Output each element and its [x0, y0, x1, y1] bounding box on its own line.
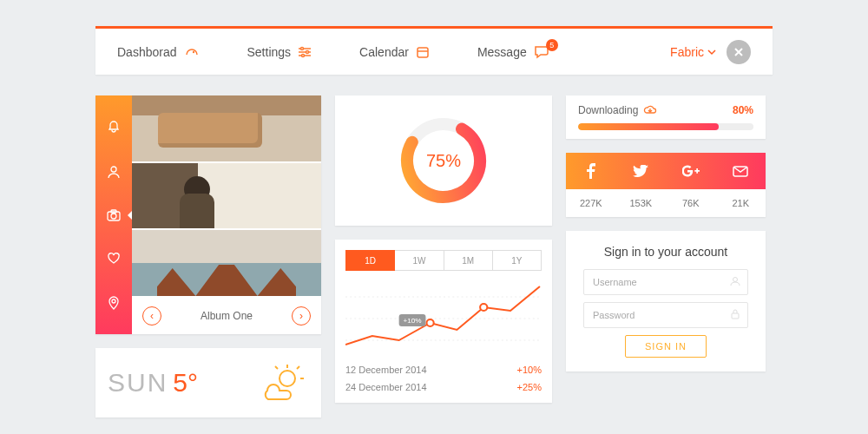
- googleplus-icon: [682, 165, 700, 177]
- chart-row: 12 December 2014 +10%: [345, 365, 542, 375]
- range-1m-button[interactable]: 1M: [444, 250, 493, 271]
- chart-change: +25%: [517, 382, 542, 392]
- svg-text:+10%: +10%: [403, 317, 421, 325]
- svg-point-6: [302, 54, 305, 56]
- chart-date: 24 December 2014: [345, 382, 427, 392]
- download-label: Downloading: [578, 104, 638, 116]
- nav-message[interactable]: Message 5: [477, 45, 562, 59]
- nav-calendar[interactable]: Calendar: [359, 45, 430, 59]
- download-card: Downloading 80%: [566, 95, 766, 139]
- mail-icon: [733, 166, 748, 177]
- gallery-card: ‹ Album One ›: [95, 95, 321, 334]
- album-prev-button[interactable]: ‹: [142, 306, 161, 326]
- rail-location[interactable]: [95, 296, 132, 310]
- signin-card: Sign in to your account Username Passwor…: [566, 231, 766, 372]
- svg-point-0: [192, 50, 194, 52]
- sliders-icon: [298, 46, 312, 58]
- bell-icon: [107, 120, 121, 134]
- password-input[interactable]: Password: [583, 302, 748, 328]
- username-placeholder: Username: [593, 277, 637, 287]
- svg-point-9: [111, 167, 116, 172]
- user-name: Fabric: [670, 45, 704, 59]
- weather-card: SUN 5°: [95, 348, 321, 418]
- gallery-thumb[interactable]: [132, 163, 321, 231]
- message-badge: 5: [546, 39, 558, 51]
- range-selector: 1D 1W 1M 1Y: [345, 250, 542, 271]
- chevron-down-icon: [707, 49, 716, 56]
- signin-title: Sign in to your account: [583, 245, 748, 259]
- sun-icon: [257, 361, 309, 404]
- svg-point-5: [306, 50, 309, 53]
- chart-change: +10%: [517, 365, 542, 375]
- svg-point-4: [301, 47, 304, 49]
- svg-point-11: [111, 214, 116, 219]
- chart-date: 12 December 2014: [345, 365, 427, 375]
- heart-icon: [107, 253, 121, 265]
- range-1d-button[interactable]: 1D: [345, 250, 395, 271]
- user-icon: [730, 276, 740, 288]
- rail-notifications[interactable]: [95, 120, 132, 134]
- avatar: [727, 40, 751, 64]
- progress-bar: [578, 123, 753, 130]
- svg-rect-7: [418, 48, 428, 57]
- facebook-icon: [587, 163, 595, 179]
- nav-label: Message: [477, 45, 527, 59]
- camera-icon: [107, 209, 121, 221]
- social-count: 76K: [666, 189, 716, 217]
- googleplus-button[interactable]: [666, 153, 716, 189]
- download-percent: 80%: [733, 104, 753, 116]
- social-count: 21K: [716, 189, 766, 217]
- album-nav: ‹ Album One ›: [132, 298, 321, 334]
- weather-temp: 5°: [173, 368, 198, 398]
- line-chart-card: 1D 1W 1M 1Y +10% 12 December 2014 +10%: [335, 240, 552, 403]
- weather-day: SUN: [108, 368, 168, 398]
- cloud-download-icon: [643, 105, 657, 115]
- nav-label: Settings: [247, 45, 292, 59]
- pin-icon: [108, 296, 120, 310]
- svg-line-17: [297, 366, 299, 369]
- svg-point-13: [112, 299, 115, 303]
- gallery-rail: [95, 95, 132, 334]
- svg-point-25: [480, 304, 487, 311]
- user-menu[interactable]: Fabric: [670, 40, 751, 64]
- social-count: 153K: [616, 189, 667, 217]
- nav-label: Calendar: [359, 45, 409, 59]
- gallery-thumb[interactable]: [132, 230, 321, 298]
- password-placeholder: Password: [593, 310, 635, 320]
- twitter-button[interactable]: [616, 153, 667, 189]
- twitter-icon: [633, 165, 648, 178]
- social-count: 227K: [566, 189, 616, 217]
- gallery-thumb[interactable]: [132, 95, 321, 163]
- svg-line-18: [275, 366, 278, 369]
- email-button[interactable]: [716, 153, 766, 189]
- nav-label: Dashborad: [117, 45, 177, 59]
- album-title: Album One: [201, 310, 253, 322]
- social-card: 227K 153K 76K 21K: [566, 153, 766, 217]
- facebook-button[interactable]: [566, 153, 616, 189]
- progress-fill: [578, 123, 719, 130]
- user-icon: [107, 165, 121, 179]
- rail-camera[interactable]: [95, 209, 132, 221]
- lock-icon: [730, 309, 740, 321]
- donut-chart-card: 75%: [335, 95, 552, 226]
- dashboard-icon: [184, 46, 200, 58]
- donut-value: 75%: [426, 151, 461, 171]
- calendar-icon: [416, 45, 430, 59]
- range-1w-button[interactable]: 1W: [395, 250, 444, 271]
- range-1y-button[interactable]: 1Y: [493, 250, 542, 271]
- sparkline: +10%: [345, 279, 542, 358]
- svg-rect-30: [732, 313, 739, 319]
- rail-user[interactable]: [95, 165, 132, 179]
- nav-dashboard[interactable]: Dashborad: [117, 45, 200, 59]
- nav-settings[interactable]: Settings: [247, 45, 312, 59]
- svg-point-24: [426, 319, 433, 326]
- album-next-button[interactable]: ›: [292, 306, 311, 326]
- chart-row: 24 December 2014 +25%: [345, 382, 542, 392]
- signin-button[interactable]: SIGN IN: [625, 335, 707, 358]
- top-navbar: Dashborad Settings Calendar Message 5 Fa…: [95, 26, 773, 75]
- svg-point-29: [733, 278, 738, 282]
- username-input[interactable]: Username: [583, 269, 748, 295]
- rail-favorites[interactable]: [95, 253, 132, 265]
- svg-point-14: [279, 371, 295, 386]
- gallery-thumbs: ‹ Album One ›: [132, 95, 321, 334]
